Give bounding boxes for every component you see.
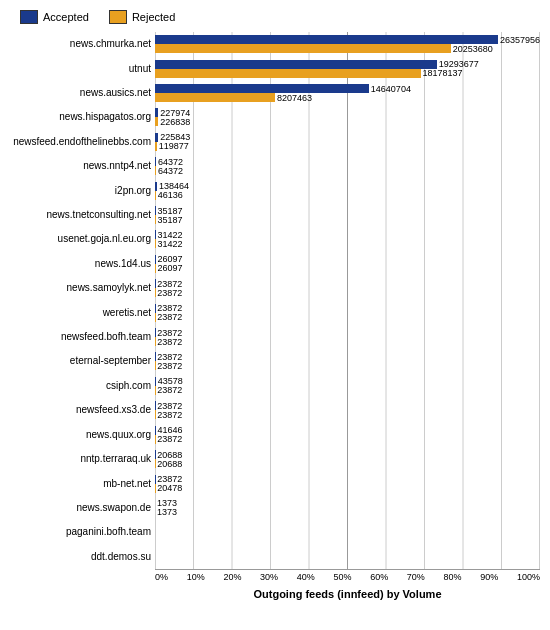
bar-rejected-label: 23872 [157,410,182,420]
bar-rejected-label: 1373 [157,507,177,517]
y-label: i2pn.org [10,186,155,196]
bar-rejected-wrapper: 23872 [155,337,540,346]
x-tick-label: 80% [444,572,462,582]
x-axis-area: 0%10%20%30%40%50%60%70%80%90%100% Outgoi… [155,569,540,600]
y-label: newsfeed.xs3.de [10,405,155,415]
bar-accepted [155,108,158,117]
bar-rejected-label: 20478 [157,483,182,493]
bar-accepted-wrapper: 227974 [155,108,540,117]
bar-accepted-wrapper: 64372 [155,157,540,166]
y-label: news.ausics.net [10,88,155,98]
bar-accepted [155,60,437,69]
table-row: 2068820688 [155,447,540,471]
y-label: nntp.terraraq.uk [10,454,155,464]
bar-accepted-label: 14640704 [371,84,411,94]
bar-accepted [155,206,156,215]
bars-section: 2635795620253680192936771817813714640704… [155,32,540,569]
x-tick-label: 30% [260,572,278,582]
bar-accepted-wrapper [155,548,540,557]
bar-accepted [155,35,498,44]
table-row [155,520,540,544]
y-label: news.chmurka.net [10,39,155,49]
y-label: news.quux.org [10,430,155,440]
bar-rejected-wrapper [155,532,540,541]
y-label: weretis.net [10,308,155,318]
bar-accepted-wrapper: 20688 [155,450,540,459]
bar-accepted-wrapper: 23872 [155,328,540,337]
bar-accepted [155,426,156,435]
bar-rejected-wrapper: 226838 [155,117,540,126]
bar-accepted [155,84,369,93]
bar-rejected-wrapper: 26097 [155,264,540,273]
bar-rejected-label: 8207463 [277,93,312,103]
table-row: 2387223872 [155,276,540,300]
bar-rejected-label: 23872 [157,312,182,322]
bar-accepted [155,377,156,386]
bar-accepted-wrapper: 26097 [155,255,540,264]
bar-rejected-wrapper: 31422 [155,239,540,248]
x-tick-label: 90% [480,572,498,582]
table-row: 2387223872 [155,325,540,349]
y-label: news.swapon.de [10,503,155,513]
y-label: ddt.demos.su [10,552,155,562]
x-tick-label: 50% [333,572,351,582]
bar-accepted-wrapper: 1373 [155,499,540,508]
bar-accepted-wrapper: 23872 [155,304,540,313]
y-label: newsfeed.bofh.team [10,332,155,342]
legend-rejected: Rejected [109,10,175,24]
bar-rejected-label: 23872 [157,337,182,347]
bar-accepted [155,157,156,166]
bar-rejected-wrapper: 64372 [155,166,540,175]
legend-accepted: Accepted [20,10,89,24]
bar-rejected-label: 20688 [157,459,182,469]
bar-rejected-wrapper: 20478 [155,484,540,493]
bar-rejected [155,69,421,78]
x-axis-title: Outgoing feeds (innfeed) by Volume [155,588,540,600]
table-row: 2609726097 [155,252,540,276]
chart-area: news.chmurka.netutnutnews.ausics.netnews… [10,32,540,569]
bar-rejected [155,191,156,200]
bar-rejected-label: 119877 [159,141,189,151]
bar-rejected-label: 226838 [160,117,190,127]
table-row: 4164623872 [155,423,540,447]
legend: Accepted Rejected [10,10,540,24]
table-row: 227974226838 [155,105,540,129]
bar-rejected-wrapper: 119877 [155,142,540,151]
bar-rejected-wrapper: 20253680 [155,44,540,53]
y-label: news.hispagatos.org [10,112,155,122]
bar-accepted-wrapper: 35187 [155,206,540,215]
bar-accepted-wrapper: 14640704 [155,84,540,93]
bar-accepted-label: 26357956 [500,35,540,45]
x-tick-label: 0% [155,572,168,582]
table-row: 3518735187 [155,203,540,227]
table-row: 3142231422 [155,227,540,251]
y-label: eternal-september [10,356,155,366]
bar-rejected [155,215,156,224]
bar-rejected-wrapper: 23872 [155,435,540,444]
bar-rejected-wrapper: 46136 [155,191,540,200]
x-tick-label: 20% [223,572,241,582]
bar-accepted-wrapper: 138464 [155,182,540,191]
bar-rejected-label: 23872 [157,385,182,395]
table-row: 6437264372 [155,154,540,178]
bar-accepted-wrapper: 225843 [155,133,540,142]
bar-accepted-wrapper: 23872 [155,401,540,410]
bar-rejected [155,117,158,126]
legend-accepted-label: Accepted [43,11,89,23]
table-row: 146407048207463 [155,81,540,105]
bar-rejected-wrapper: 23872 [155,361,540,370]
table-row: 1929367718178137 [155,56,540,80]
table-row: 2387223872 [155,349,540,373]
table-row: 2387220478 [155,471,540,495]
table-row: 13846446136 [155,178,540,202]
table-row: 2387223872 [155,398,540,422]
bar-accepted-wrapper: 23872 [155,475,540,484]
y-label: utnut [10,64,155,74]
table-row: 225843119877 [155,130,540,154]
y-label: news.samoylyk.net [10,283,155,293]
x-tick-label: 70% [407,572,425,582]
table-row: 2387223872 [155,300,540,324]
bar-rejected-wrapper: 23872 [155,386,540,395]
bar-accepted-wrapper: 43578 [155,377,540,386]
bar-rejected-label: 46136 [158,190,183,200]
